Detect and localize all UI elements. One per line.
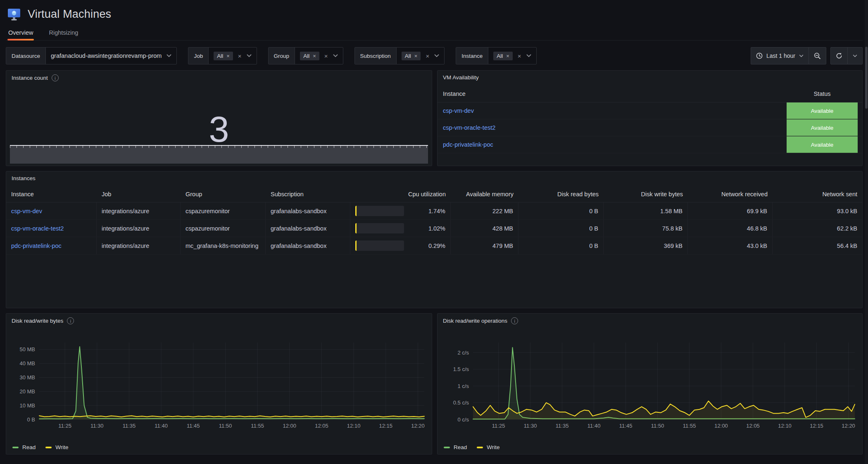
selected-option-chip[interactable]: All× bbox=[402, 52, 421, 60]
disk-write-cell: 369 kB bbox=[604, 237, 688, 254]
selected-option-chip[interactable]: All× bbox=[300, 52, 319, 60]
svg-text:11:25: 11:25 bbox=[58, 423, 71, 429]
vm-instance-link[interactable]: pdc-privatelink-poc bbox=[443, 141, 493, 148]
disk-read-cell: 0 B bbox=[518, 202, 604, 219]
filter-job-select[interactable]: All×× bbox=[209, 48, 256, 64]
legend-series-label: Write bbox=[55, 444, 68, 450]
page-title: Virtual Machines bbox=[28, 8, 111, 21]
column-header-subscription[interactable]: Subscription bbox=[266, 191, 350, 197]
legend-series-color bbox=[12, 447, 19, 448]
tab-rightsizing[interactable]: Rightsizing bbox=[48, 25, 79, 40]
legend-item-read[interactable]: Read bbox=[444, 444, 467, 450]
column-header-available-memory[interactable]: Available memory bbox=[451, 191, 518, 197]
zoom-out-button[interactable] bbox=[809, 48, 826, 64]
panel-title: Instances bbox=[12, 175, 36, 181]
disk-bytes-chart[interactable]: 0 B10 MB20 MB30 MB40 MB50 MB11:2511:3011… bbox=[10, 338, 428, 431]
column-header-instance[interactable]: Instance bbox=[6, 191, 97, 197]
svg-text:11:25: 11:25 bbox=[492, 423, 505, 429]
svg-text:11:30: 11:30 bbox=[524, 423, 537, 429]
subscription-cell: grafanalabs-sandbox bbox=[266, 220, 350, 237]
selected-option-text: All bbox=[405, 53, 411, 59]
disk-write-cell: 75.8 kB bbox=[604, 220, 688, 237]
job-cell: integrations/azure bbox=[97, 220, 181, 237]
svg-text:1.5 c/s: 1.5 c/s bbox=[453, 366, 469, 372]
vm-availability-row: csp-vm-oracle-test2Available bbox=[438, 119, 862, 136]
svg-text:12:00: 12:00 bbox=[714, 423, 728, 429]
refresh-button[interactable] bbox=[831, 48, 847, 64]
remove-option-icon[interactable]: × bbox=[414, 53, 418, 59]
refresh-interval-dropdown[interactable] bbox=[847, 48, 862, 64]
svg-text:12:05: 12:05 bbox=[746, 423, 760, 429]
column-header-disk-read-bytes[interactable]: Disk read bytes bbox=[518, 191, 604, 197]
clear-filter-icon[interactable]: × bbox=[518, 53, 521, 59]
cpu-gauge bbox=[355, 240, 404, 251]
instance-link[interactable]: pdc-privatelink-poc bbox=[6, 237, 97, 254]
instance-link[interactable]: csp-vm-dev bbox=[6, 202, 97, 219]
cpu-utilization-cell: 1.02% bbox=[350, 220, 451, 237]
disk-ops-chart[interactable]: 0 c/s0.5 c/s1 c/s1.5 c/s2 c/s11:2511:301… bbox=[441, 338, 859, 431]
job-cell: integrations/azure bbox=[97, 237, 181, 254]
net-sent-cell: 56.4 kB bbox=[773, 237, 862, 254]
azure-vm-logo-icon bbox=[7, 7, 21, 21]
remove-option-icon[interactable]: × bbox=[226, 53, 230, 59]
time-picker-group: Last 1 hour bbox=[751, 47, 826, 64]
chevron-down-icon bbox=[853, 55, 857, 57]
selected-option-text: All bbox=[217, 53, 223, 59]
column-header-group[interactable]: Group bbox=[181, 191, 266, 197]
tab-bar: Overview Rightsizing bbox=[6, 25, 863, 40]
remove-option-icon[interactable]: × bbox=[313, 53, 316, 59]
filter-job: JobAll×× bbox=[188, 47, 257, 64]
svg-text:11:40: 11:40 bbox=[155, 423, 168, 429]
vm-instance-link[interactable]: csp-vm-dev bbox=[443, 107, 474, 114]
legend-series-label: Read bbox=[22, 444, 36, 450]
dashboard-header: Virtual Machines bbox=[6, 0, 863, 21]
chevron-down-icon[interactable] bbox=[166, 54, 171, 57]
filter-subscription-select[interactable]: All×× bbox=[397, 48, 444, 64]
clear-filter-icon[interactable]: × bbox=[324, 53, 328, 59]
datasource-select[interactable]: grafanacloud-awsintegrationrevamp-prom bbox=[46, 48, 176, 64]
scrollbar-thumb[interactable] bbox=[865, 47, 868, 109]
selected-option-chip[interactable]: All× bbox=[493, 52, 513, 60]
info-icon[interactable]: i bbox=[52, 74, 59, 81]
zoom-out-icon bbox=[814, 52, 821, 59]
chevron-down-icon[interactable] bbox=[434, 54, 439, 57]
disk-write-cell: 1.58 MB bbox=[604, 202, 688, 219]
instance-count-value: 3 bbox=[6, 111, 432, 148]
svg-text:11:30: 11:30 bbox=[90, 423, 104, 429]
vm-instance-link[interactable]: csp-vm-oracle-test2 bbox=[443, 124, 495, 131]
memory-cell: 222 MB bbox=[451, 202, 518, 219]
disk-ops-legend: ReadWrite bbox=[444, 444, 500, 450]
svg-text:20 MB: 20 MB bbox=[19, 388, 35, 395]
column-header-instance[interactable]: Instance bbox=[443, 90, 466, 97]
selected-option-chip[interactable]: All× bbox=[214, 52, 233, 60]
legend-series-color bbox=[444, 447, 450, 448]
chevron-down-icon[interactable] bbox=[333, 54, 338, 57]
column-header-network-sent[interactable]: Network sent bbox=[773, 191, 862, 197]
legend-item-write[interactable]: Write bbox=[45, 444, 68, 450]
info-icon[interactable]: i bbox=[67, 317, 74, 324]
page-scrollbar[interactable] bbox=[865, 0, 868, 464]
clear-filter-icon[interactable]: × bbox=[426, 53, 429, 59]
clear-filter-icon[interactable]: × bbox=[238, 53, 242, 59]
legend-item-write[interactable]: Write bbox=[477, 444, 499, 450]
column-header-disk-write-bytes[interactable]: Disk write bytes bbox=[604, 191, 688, 197]
instances-table-header: InstanceJobGroupSubscriptionCpu utilizat… bbox=[6, 186, 862, 202]
column-header-status[interactable]: Status bbox=[787, 90, 858, 97]
column-header-cpu-utilization[interactable]: Cpu utilization bbox=[350, 191, 451, 197]
instance-link[interactable]: csp-vm-oracle-test2 bbox=[6, 220, 97, 237]
tab-overview[interactable]: Overview bbox=[7, 25, 34, 40]
column-header-network-received[interactable]: Network received bbox=[688, 191, 773, 197]
remove-option-icon[interactable]: × bbox=[506, 53, 509, 59]
chevron-down-icon[interactable] bbox=[526, 54, 531, 57]
filter-group-select[interactable]: All×× bbox=[295, 48, 342, 64]
info-icon[interactable]: i bbox=[511, 317, 518, 324]
svg-text:11:55: 11:55 bbox=[683, 423, 696, 429]
time-range-button[interactable]: Last 1 hour bbox=[751, 48, 809, 64]
filter-subscription: SubscriptionAll×× bbox=[354, 47, 445, 64]
filter-instance-select[interactable]: All×× bbox=[488, 48, 536, 64]
legend-item-read[interactable]: Read bbox=[12, 444, 36, 450]
job-cell: integrations/azure bbox=[97, 202, 181, 219]
chevron-down-icon[interactable] bbox=[247, 54, 252, 57]
column-header-job[interactable]: Job bbox=[97, 191, 181, 197]
svg-text:50 MB: 50 MB bbox=[19, 346, 35, 352]
